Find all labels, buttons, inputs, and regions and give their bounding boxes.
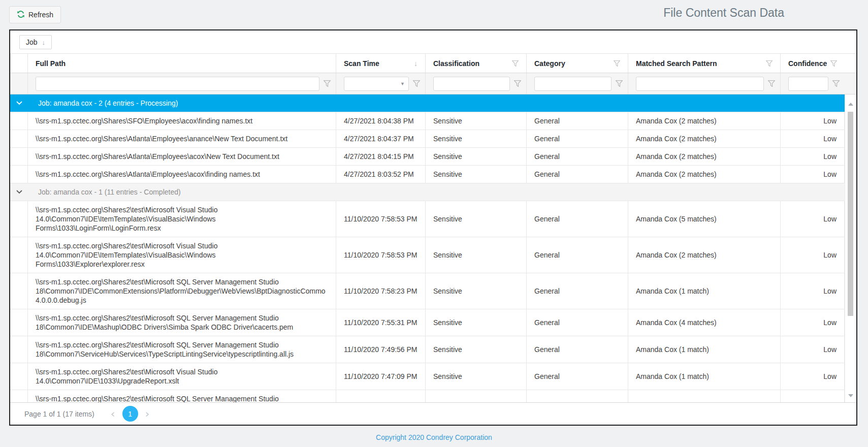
row-expand-cell <box>10 273 28 309</box>
prev-page-button[interactable]: ‹ <box>111 408 115 420</box>
group-chip-job[interactable]: Job ↓ <box>19 35 52 49</box>
chevron-down-icon[interactable] <box>10 190 28 194</box>
filter-input-full-path[interactable] <box>36 77 319 91</box>
refresh-label: Refresh <box>28 11 53 19</box>
table-row[interactable]: \\srs-m1.sp.cctec.org\Shares\SFO\Employe… <box>10 112 845 130</box>
column-header-classification[interactable]: Classification <box>426 54 527 73</box>
cell-scan-time: 11/10/2020 7:58:23 PM <box>336 273 426 309</box>
scrollbar-down-arrow-icon[interactable] <box>848 394 853 397</box>
filter-funnel-icon[interactable] <box>768 80 775 87</box>
cell-confidence: Low <box>781 273 845 309</box>
page-1-button[interactable]: 1 <box>122 406 138 422</box>
scrollbar-up-arrow-icon[interactable] <box>848 103 853 106</box>
column-header-confidence[interactable]: Confidence <box>781 54 845 73</box>
filter-row: ▼ <box>10 73 856 94</box>
header-filter-funnel-icon[interactable] <box>614 60 620 67</box>
filter-funnel-icon[interactable] <box>616 80 623 87</box>
group-header-row[interactable]: Job: amanda cox - 1 (11 entries - Comple… <box>10 183 845 201</box>
cell-category: General <box>527 130 628 147</box>
column-header-full-path[interactable]: Full Path <box>28 54 336 73</box>
next-page-button[interactable]: › <box>145 408 150 420</box>
table-row[interactable]: \\srs-m1.sp.cctec.org\Shares\Atlanta\Emp… <box>10 148 845 166</box>
filter-input-classification[interactable] <box>433 77 510 91</box>
cell-confidence: Low <box>781 237 845 273</box>
row-expand-cell <box>10 390 28 402</box>
cell-confidence: Low <box>781 363 845 390</box>
cell-confidence: Low <box>781 112 845 130</box>
table-row[interactable]: \\srs-m1.sp.cctec.org\Shares2\test\Micro… <box>10 363 845 390</box>
table-row[interactable]: \\srs-m1.sp.cctec.org\Shares\Atlanta\Emp… <box>10 166 845 183</box>
filter-input-scan-time[interactable] <box>344 77 409 91</box>
cell-full-path: \\srs-m1.sp.cctec.org\Shares\SFO\Employe… <box>28 112 336 130</box>
cell-classification: Sensitive <box>426 237 527 273</box>
header-filter-funnel-icon[interactable] <box>512 60 519 67</box>
cell-category: General <box>527 273 628 309</box>
filter-funnel-icon[interactable] <box>324 80 331 87</box>
header-filter-funnel-icon[interactable] <box>766 60 773 67</box>
cell-full-path: \\srs-m1.sp.cctec.org\Shares2\test\Micro… <box>28 237 336 273</box>
group-header-row[interactable]: Job: amanda cox - 2 (4 entries - Process… <box>10 94 845 112</box>
cell-full-path: \\srs-m1.sp.cctec.org\Shares\Atlanta\Emp… <box>28 130 336 147</box>
table-row[interactable]: \\srs-m1.sp.cctec.org\Shares\Atlanta\Emp… <box>10 130 845 148</box>
cell-classification <box>426 390 527 402</box>
table-row[interactable]: \\srs-m1.sp.cctec.org\Shares2\test\Micro… <box>10 309 845 336</box>
filter-funnel-icon[interactable] <box>514 80 521 87</box>
top-toolbar: Refresh File Content Scan Data <box>0 0 868 23</box>
cell-category: General <box>527 309 628 336</box>
table-row[interactable]: \\srs-m1.sp.cctec.org\Shares2\test\Micro… <box>10 237 845 273</box>
page-footer: Copyright 2020 Condrey Corporation <box>0 433 868 442</box>
filter-input-confidence[interactable] <box>788 77 828 91</box>
sort-desc-icon: ↓ <box>414 59 417 68</box>
cell-scan-time: 4/27/2021 8:04:38 PM <box>336 112 426 130</box>
cell-classification: Sensitive <box>426 273 527 309</box>
filter-input-matched-pattern[interactable] <box>636 77 764 91</box>
cell-matched-pattern: Amanda Cox (1 match) <box>628 336 781 363</box>
filter-input-category[interactable] <box>534 77 612 91</box>
column-header-scan-time[interactable]: Scan Time ↓ <box>336 54 426 73</box>
cell-classification: Sensitive <box>426 130 527 147</box>
cell-matched-pattern: Amanda Cox (4 matches) <box>628 309 781 336</box>
cell-category: General <box>527 336 628 363</box>
row-expand-cell <box>10 237 28 273</box>
refresh-button[interactable]: Refresh <box>9 6 61 23</box>
column-header-category[interactable]: Category <box>527 54 628 73</box>
cell-matched-pattern: Amanda Cox (2 matches) <box>628 166 781 183</box>
pager-summary: Page 1 of 1 (17 items) <box>24 410 94 418</box>
cell-scan-time: 11/10/2020 7:47:09 PM <box>336 363 426 390</box>
table-row[interactable]: \\srs-m1.sp.cctec.org\Shares2\test\Micro… <box>10 273 845 309</box>
filter-funnel-icon[interactable] <box>832 80 840 87</box>
cell-scan-time <box>336 390 426 402</box>
chevron-down-icon[interactable] <box>10 101 28 105</box>
cell-matched-pattern: Amanda Cox (2 matches) <box>628 237 781 273</box>
cell-classification: Sensitive <box>426 309 527 336</box>
header-filter-funnel-icon[interactable] <box>830 60 837 67</box>
cell-category: General <box>527 166 628 183</box>
cell-scan-time: 4/27/2021 8:04:15 PM <box>336 148 426 165</box>
table-row[interactable]: \\srs-m1.sp.cctec.org\Shares2\test\Micro… <box>10 336 845 363</box>
copyright-link[interactable]: Copyright 2020 Condrey Corporation <box>376 433 492 441</box>
table-row[interactable]: \\srs-m1.sp.cctec.org\Shares2\test\Micro… <box>10 201 845 237</box>
cell-category: General <box>527 201 628 237</box>
scrollbar-thumb[interactable] <box>848 112 853 316</box>
cell-full-path: \\srs-m1.sp.cctec.org\Shares2\test\Micro… <box>28 336 336 363</box>
column-header-matched-pattern[interactable]: Matched Search Pattern <box>628 54 781 73</box>
table-row[interactable]: \\srs-m1.sp.cctec.org\Shares2\test\Micro… <box>10 390 845 402</box>
refresh-icon <box>17 10 25 20</box>
filter-funnel-icon[interactable] <box>413 80 420 87</box>
cell-category: General <box>527 237 628 273</box>
cell-classification: Sensitive <box>426 363 527 390</box>
column-header-row: Full Path Scan Time ↓ Classification Cat… <box>10 54 856 73</box>
cell-full-path: \\srs-m1.sp.cctec.org\Shares2\test\Micro… <box>28 390 336 402</box>
cell-classification: Sensitive <box>426 112 527 130</box>
dropdown-caret-icon[interactable]: ▼ <box>400 81 405 86</box>
cell-scan-time: 11/10/2020 7:49:56 PM <box>336 336 426 363</box>
cell-confidence: Low <box>781 309 845 336</box>
group-label: Job: amanda cox - 1 (11 entries - Comple… <box>28 188 181 196</box>
cell-category: General <box>527 148 628 165</box>
filter-combo-scan-time[interactable]: ▼ <box>344 77 409 91</box>
pager: Page 1 of 1 (17 items) ‹ 1 › <box>10 402 856 425</box>
cell-full-path: \\srs-m1.sp.cctec.org\Shares\Atlanta\Emp… <box>28 166 336 183</box>
cell-matched-pattern: Amanda Cox (2 matches) <box>628 130 781 147</box>
cell-category <box>527 390 628 402</box>
vertical-scrollbar[interactable] <box>845 94 856 402</box>
